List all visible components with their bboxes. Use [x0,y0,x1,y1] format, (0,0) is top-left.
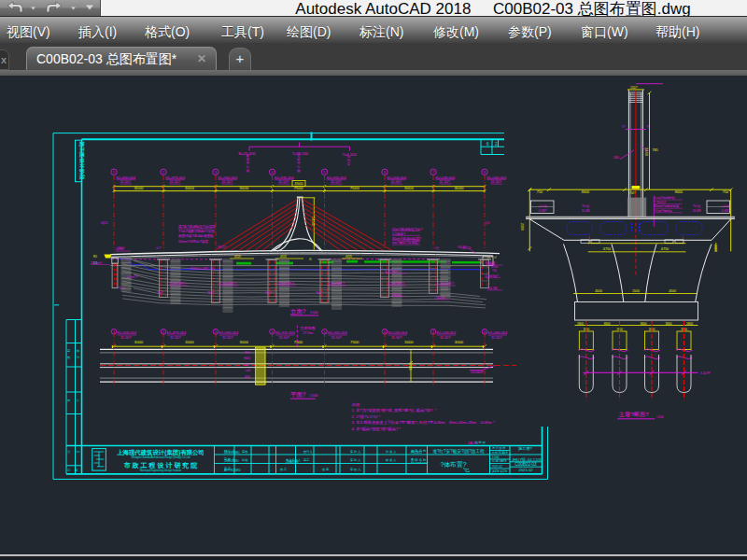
svg-text:道路中心线: 道路中心线 [296,154,301,172]
svg-text:平面?: 平面? [290,391,306,399]
svg-text:xxx?横隔?加强层?: xxx?横隔?加强层? [392,240,419,245]
svg-text:7500: 7500 [350,340,359,344]
svg-text:PROJECT: PROJECT [411,451,423,455]
svg-text:1800: 1800 [686,322,693,326]
svg-text:校: 校 [66,356,71,359]
svg-text:?明?: ?明? [157,291,163,295]
svg-text:K0+870.004: K0+870.004 [167,331,187,335]
svg-text:C00B02-03: C00B02-03 [514,462,537,467]
svg-text:施工图?: 施工图? [518,446,533,451]
svg-text:主墩?断面?: 主墩?断面? [618,411,649,418]
svg-text:7: 7 [432,171,434,175]
svg-text:11.50?: 11.50? [170,336,180,340]
svg-text:1:100: 1:100 [656,415,664,419]
svg-text:U10度4P: U10度4P [471,371,484,374]
svg-text:3: 3 [215,171,217,175]
svg-text:K0+030.004: K0+030.004 [437,331,457,335]
svg-text:(口: (口 [486,221,490,225]
svg-text:4750: 4750 [661,247,669,251]
svg-text:3. 本工程桥梁垂直上下行各?置?断面?, 跨径?置2x30: 3. 本工程桥梁垂直上下行各?置?断面?, 跨径?置2x30m、35m+30m+… [352,420,495,426]
svg-text:1-xxx?防撞护栏: 1-xxx?防撞护栏 [655,196,676,200]
svg-text:?行道: ?行道 [693,204,700,208]
svg-text:?明?: ?明? [316,291,322,295]
svg-text:80mm?沥青砼铺装: 80mm?沥青砼铺装 [655,204,680,208]
svg-text:?明?: ?明? [207,291,214,295]
svg-text:3000: 3000 [404,340,414,344]
svg-text:rat): rat) [246,369,250,372]
svg-text:4. 本?标高?按照?面?标高? *: 4. 本?标高?按照?面?标高? * [352,427,402,432]
svg-text:50x50?: 50x50? [486,261,496,265]
svg-text:说明:: 说明: [352,402,361,407]
svg-text:日: 日 [67,469,70,472]
svg-text:3000: 3000 [455,186,464,190]
svg-text:4750: 4750 [603,247,611,251]
svg-text:K0+060.004: K0+060.004 [487,176,507,180]
svg-text:桥面铺装?现浇砼桥面板: 桥面铺装?现浇砼桥面板 [177,234,214,238]
svg-text:5: 5 [324,171,326,175]
svg-text:11.50?: 11.50? [120,336,131,340]
svg-text:4500: 4500 [595,289,602,293]
svg-text:11.50?: 11.50? [391,180,402,184]
svg-text:1B1: 1B1 [613,156,619,160]
svg-text:3000: 3000 [185,340,194,344]
svg-text:3600: 3600 [665,322,671,326]
svg-text:42t0: 42t0 [245,375,250,379]
svg-text:7B5: 7B5 [653,148,658,152]
svg-text:K0+840.004: K0+840.004 [117,176,136,180]
svg-text:11.0M: 11.0M [693,209,701,213]
svg-text:对: 对 [77,356,80,359]
svg-text:3.5: 3.5 [93,261,98,265]
svg-text:3000: 3000 [134,186,144,190]
svg-text:2300: 2300 [713,245,717,252]
svg-text:?=1.5M: ?=1.5M [487,287,498,290]
svg-text:Shanghai Xiandai Architectural: Shanghai Xiandai Architectural Design (G… [132,455,190,459]
svg-text:APPROVED: APPROVED [224,469,241,472]
svg-text:7500: 7500 [294,186,303,190]
svg-text:G: G [309,258,312,261]
svg-text:K0+935.004: K0+935.004 [275,331,295,335]
svg-text:11.50?: 11.50? [331,336,342,340]
svg-text:8: 8 [484,171,486,175]
svg-text:校对人: 校对人 [303,450,313,454]
svg-text:设 计 阶 段: 设 计 阶 段 [492,446,506,450]
svg-text:1:500: 1:500 [492,455,500,459]
svg-text:50mm?沥青砼?装层: 50mm?沥青砼?装层 [178,239,208,244]
svg-text:3000: 3000 [240,340,249,344]
svg-text:日 期 DATE: 日 期 DATE [492,459,506,463]
svg-text:K0+030.004: K0+030.004 [436,176,456,180]
svg-text:11.0M: 11.0M [582,209,590,213]
svg-text:11.50?: 11.50? [491,180,501,184]
svg-text:6(口: 6(口 [101,220,108,225]
svg-text:人行道: 人行道 [721,204,730,208]
svg-text:3600: 3600 [603,322,610,326]
svg-text:7.5m?装配式预制小箱梁: 7.5m?装配式预制小箱梁 [178,229,215,233]
svg-text:t#: t# [495,256,498,259]
svg-text:K0+965.004: K0+965.004 [327,176,346,180]
svg-text:审定: 审定 [303,458,309,462]
svg-text:1800: 1800 [577,322,584,326]
svg-text:11.50?: 11.50? [391,336,402,340]
svg-text:%0.5?: %0.5? [218,245,226,249]
svg-text:11.50?: 11.50? [222,180,233,184]
svg-text:?行道: ?行道 [582,204,589,208]
svg-text:?50.00: ?50.00 [391,293,401,297]
svg-text:1.5m*4不?: 1.5m*4不? [169,281,186,286]
svg-text:1-4x?P: 1-4x?P [700,371,711,375]
svg-text:4: 4 [272,171,274,175]
svg-text:1500: 1500 [632,289,640,293]
svg-text:750: 750 [537,190,543,194]
svg-text:共6张 第2张: 共6张 第2张 [492,469,507,473]
svg-text:2021.02: 2021.02 [492,465,502,469]
svg-text:50m?现浇预应力砼?: 50m?现浇预应力砼? [392,227,423,231]
svg-text:DESIGNED: DESIGNED [224,451,240,455]
svg-text:CHARGE: CHARGE [286,460,299,464]
svg-text:审 图 人: 审 图 人 [350,468,361,471]
svg-text:3000: 3000 [185,186,194,190]
svg-text:7500: 7500 [350,186,359,190]
svg-text:4.5M?: 4.5M? [539,209,547,213]
svg-text:2440: 2440 [644,147,649,157]
svg-text:K0+000.004: K0+000.004 [388,176,407,180]
svg-text:11.50?: 11.50? [170,180,180,184]
svg-text:水?: 水? [156,246,161,250]
svg-text:3600: 3600 [640,322,646,326]
